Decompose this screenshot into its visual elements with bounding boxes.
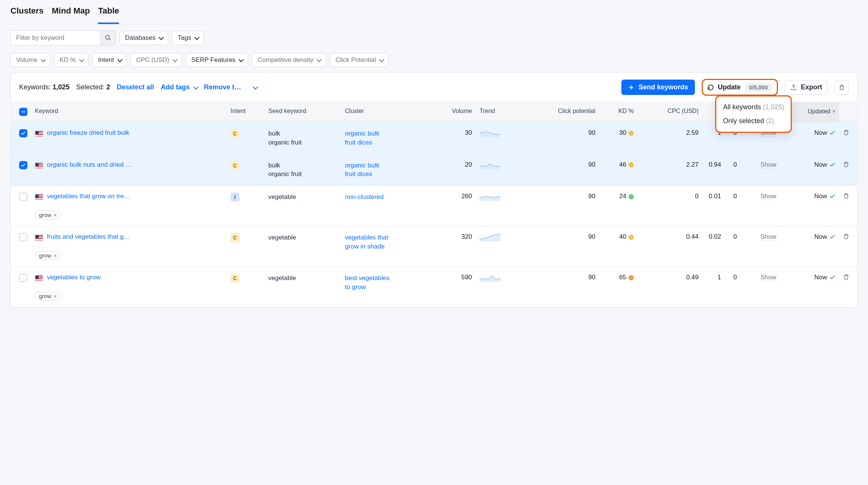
results-value: 0 [725,226,741,267]
density-value: 0.01 [702,186,725,226]
keywords-count: Keywords: 1,025 [19,83,69,91]
trend-sparkline [479,129,500,137]
trash-icon[interactable] [843,161,850,168]
keyword-link[interactable]: fruits and vegetables that g… [47,233,130,241]
row-checkbox[interactable] [19,233,27,241]
trash-icon[interactable] [843,129,850,136]
col-seed-keyword[interactable]: Seed keyword [265,102,341,122]
flag-us-icon [35,235,43,241]
delete-button[interactable] [835,80,849,95]
col-volume[interactable]: Volume [429,102,476,122]
remove-tag-icon[interactable]: × [54,293,57,299]
intent-badge: C [231,161,240,170]
col-kd[interactable]: KD % [599,102,637,122]
update-only-selected[interactable]: Only selected (2) [716,114,791,128]
chevron-down-icon [79,57,84,62]
tab-mindmap[interactable]: Mind Map [52,6,90,24]
kd-value: 46 [599,154,637,186]
chevron-down-icon [253,84,258,89]
chevron-down-icon [41,57,46,62]
kd-difficulty-dot [628,235,634,240]
trend-sparkline [479,161,500,169]
search-input[interactable] [11,31,100,45]
density-value: 0.02 [702,226,725,267]
keyword-link[interactable]: organic bulk nuts and dried … [47,161,132,169]
deselect-all-button[interactable]: Deselect all [117,83,154,91]
flag-us-icon [35,275,43,281]
filter-click-potential[interactable]: Click Potential [330,53,389,67]
svg-point-0 [105,35,110,39]
col-cpc[interactable]: CPC (USD) [637,102,702,122]
update-all-keywords[interactable]: All keywords (1,025) [716,100,791,114]
seed-keyword: vegetable [268,233,302,242]
cluster-link[interactable]: organic bulk fruit dices [345,161,390,179]
cluster-link[interactable]: organic bulk fruit dices [345,129,390,147]
col-cluster[interactable]: Cluster [341,102,429,122]
add-tags-button[interactable]: Add tags [161,83,197,91]
cpc-value: 2.27 [637,154,702,186]
density-value: 0.94 [702,154,725,186]
filter-serp-features[interactable]: SERP Features [186,53,249,67]
filter-cpc[interactable]: CPC (USD) [131,53,182,67]
col-intent[interactable]: Intent [227,102,265,122]
remove-tag-icon[interactable]: × [54,252,57,259]
filter-intent[interactable]: Intent [92,53,127,67]
tag-chip[interactable]: grow× [35,292,61,300]
show-serp-link[interactable]: Show [760,274,776,281]
updated-value: Now [814,274,835,281]
col-click-potential[interactable]: Click potential [524,102,599,122]
remove-tags-button[interactable]: Remove t… [204,83,257,91]
click-potential-value: 90 [524,154,599,186]
volume-value: 590 [429,267,476,307]
select-all-checkbox[interactable] [19,108,27,116]
chevron-down-icon [117,57,122,62]
col-trend[interactable]: Trend [476,102,524,122]
trend-sparkline [479,233,500,241]
keyword-link[interactable]: vegetables that grow on tre… [47,193,130,200]
view-tabs: Clusters Mind Map Table [0,0,868,24]
remove-tag-icon[interactable]: × [54,212,57,218]
flag-us-icon [35,131,43,137]
row-checkbox[interactable] [19,161,27,169]
click-potential-value: 90 [524,186,599,226]
filter-databases[interactable]: Databases [119,31,168,45]
filter-volume[interactable]: Volume [11,53,50,67]
tab-table[interactable]: Table [98,6,119,24]
send-keywords-button[interactable]: Send keywords [621,80,695,95]
row-checkbox[interactable] [19,193,27,201]
updated-value: Now [814,129,835,137]
tag-chip[interactable]: grow× [35,251,61,260]
seed-keyword: bulk organic fruit [268,129,302,147]
keywords-card: Keywords: 1,025 Selected: 2 Deselect all… [11,72,857,308]
keyword-link[interactable]: vegetables to grow [47,274,101,281]
col-keyword[interactable]: Keyword [31,102,227,122]
chevron-down-icon [194,35,200,40]
export-button[interactable]: Export [785,80,828,95]
trash-icon[interactable] [843,274,850,280]
kd-value: 30 [599,122,637,154]
show-serp-link[interactable]: Show [760,233,776,241]
tab-clusters[interactable]: Clusters [11,6,44,24]
table-row: fruits and vegetables that g… grow× C ve… [11,226,857,267]
show-serp-link[interactable]: Show [760,193,776,200]
row-checkbox[interactable] [19,129,27,137]
row-checkbox[interactable] [19,274,27,282]
cluster-link[interactable]: non-clustered [345,193,384,202]
update-button[interactable]: Update 0/5,000 [702,79,778,96]
tag-chip[interactable]: grow× [35,211,61,219]
seed-keyword: bulk organic fruit [268,161,302,179]
results-value: 0 [725,154,741,186]
cluster-link[interactable]: best vegetables to grow [345,274,390,292]
show-serp-link[interactable]: Show [760,161,776,169]
filter-tags[interactable]: Tags [172,31,204,45]
trash-icon[interactable] [843,233,850,240]
search-button[interactable] [100,31,115,45]
trash-icon[interactable] [843,193,850,199]
chevron-down-icon [239,57,244,62]
table-row: vegetables to grow grow× C vegetable bes… [11,267,857,307]
table-row: vegetables that grow on tre… grow× I veg… [11,186,857,226]
keyword-link[interactable]: organic freeze dried fruit bulk [47,129,129,137]
cluster-link[interactable]: vegetables that grow in shade [345,233,390,251]
filter-competitive-density[interactable]: Competitive density [252,53,326,67]
filter-kd[interactable]: KD % [54,53,89,67]
